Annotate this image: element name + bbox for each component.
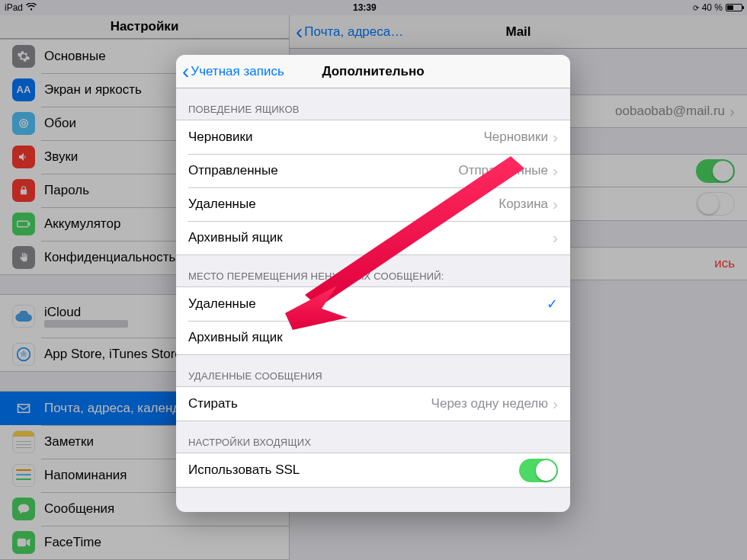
chevron-right-icon: ›	[553, 195, 558, 213]
chevron-right-icon: ›	[553, 395, 558, 413]
row-label: Удаленные	[188, 296, 256, 312]
row-deleted[interactable]: Удаленные Корзина ›	[176, 187, 570, 221]
row-value: Через одну неделю	[431, 396, 548, 411]
row-move-deleted[interactable]: Удаленные ✓	[176, 287, 570, 321]
chevron-right-icon: ›	[553, 162, 558, 180]
chevron-right-icon: ›	[553, 229, 558, 247]
row-label: Удаленные	[188, 197, 256, 212]
row-use-ssl[interactable]: Использовать SSL	[176, 453, 570, 487]
ssl-toggle[interactable]	[519, 459, 558, 482]
popover-back-button[interactable]: ‹ Учетная запись	[182, 64, 284, 79]
row-value: Отправленные	[458, 163, 548, 178]
section-mailbox-behavior: ПОВЕДЕНИЕ ЯЩИКОВ	[176, 88, 570, 120]
row-archive[interactable]: Архивный ящик ›	[176, 221, 570, 254]
row-move-archive[interactable]: Архивный ящик	[176, 321, 570, 354]
row-value: Корзина	[499, 197, 548, 212]
section-incoming-settings: НАСТРОЙКИ ВХОДЯЩИХ	[176, 421, 570, 453]
row-sent[interactable]: Отправленные Отправленные ›	[176, 154, 570, 187]
popover-title: Дополнительно	[322, 64, 424, 79]
row-label: Отправленные	[188, 163, 278, 178]
checkmark-icon: ✓	[547, 296, 558, 312]
advanced-popover: ‹ Учетная запись Дополнительно ПОВЕДЕНИЕ…	[176, 55, 570, 512]
row-label: Стирать	[188, 396, 238, 411]
section-deleted-messages: УДАЛЕННЫЕ СООБЩЕНИЯ	[176, 355, 570, 386]
popover-back-label: Учетная запись	[191, 64, 284, 79]
row-label: Использовать SSL	[188, 462, 300, 478]
row-label: Черновики	[188, 130, 253, 145]
row-label: Архивный ящик	[188, 330, 283, 345]
section-move-discarded: МЕСТО ПЕРЕМЕЩЕНИЯ НЕНУЖНЫХ СООБЩЕНИЙ:	[176, 255, 570, 286]
popover-navheader: ‹ Учетная запись Дополнительно	[176, 55, 570, 88]
row-drafts[interactable]: Черновики Черновики ›	[176, 120, 570, 154]
chevron-right-icon: ›	[553, 128, 558, 146]
row-erase[interactable]: Стирать Через одну неделю ›	[176, 387, 570, 421]
row-value: Черновики	[483, 130, 548, 145]
row-label: Архивный ящик	[188, 230, 283, 245]
